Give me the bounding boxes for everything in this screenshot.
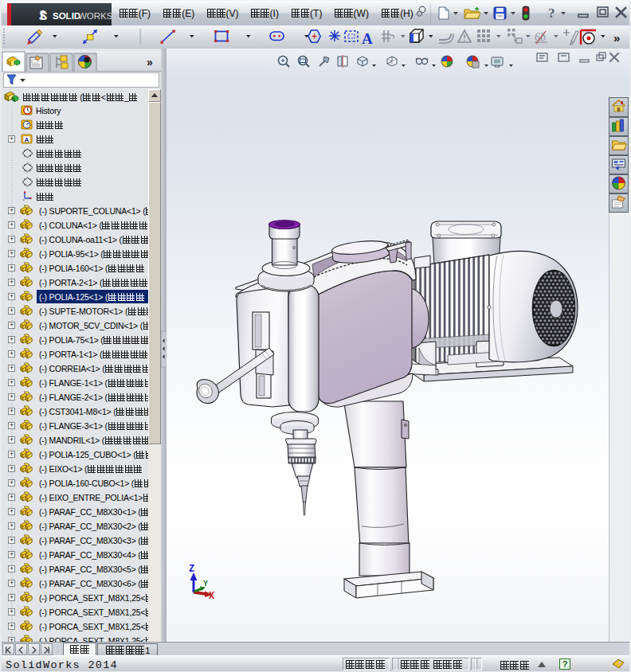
svg-text:WORKS: WORKS bbox=[78, 11, 113, 21]
svg-text:SOLID: SOLID bbox=[53, 11, 80, 21]
svg-text:X: X bbox=[209, 591, 215, 602]
svg-text:A: A bbox=[24, 136, 29, 143]
svg-text:»: » bbox=[613, 31, 620, 45]
svg-text:A: A bbox=[362, 30, 373, 47]
svg-text:»: » bbox=[147, 56, 153, 68]
svg-text:S: S bbox=[39, 9, 47, 22]
svg-text:?: ? bbox=[548, 6, 555, 21]
svg-text:Y: Y bbox=[203, 580, 208, 588]
